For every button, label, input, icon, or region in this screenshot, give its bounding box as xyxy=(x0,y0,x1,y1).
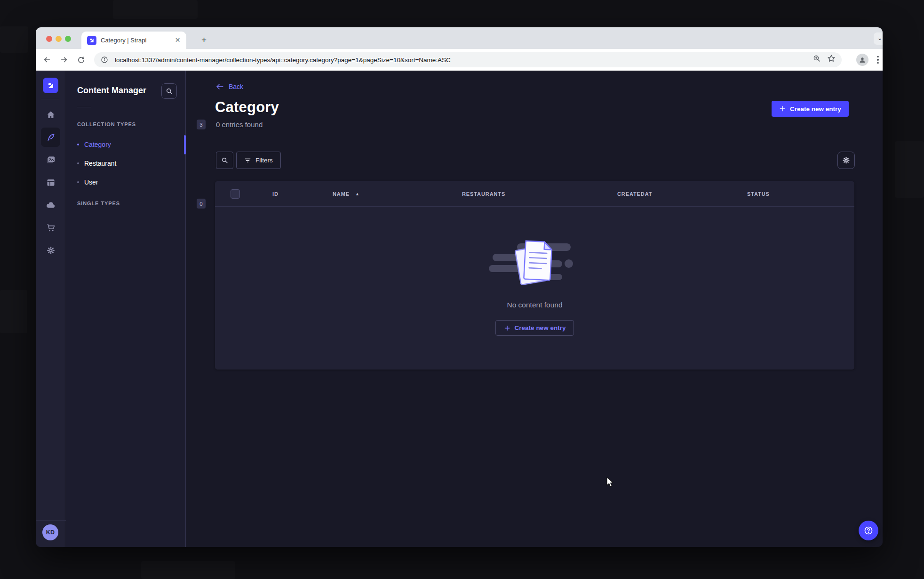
home-icon[interactable] xyxy=(41,105,60,124)
subnav-item-label: Category xyxy=(84,141,111,148)
empty-create-new-entry-button[interactable]: Create new entry xyxy=(495,320,574,336)
search-icon xyxy=(221,157,228,164)
back-link[interactable]: Back xyxy=(216,83,243,90)
sort-ascending-icon[interactable]: ▲ xyxy=(355,192,360,196)
wallpaper-shape xyxy=(141,561,235,579)
active-item-indicator xyxy=(184,135,186,154)
browser-menu-icon[interactable] xyxy=(874,55,882,64)
create-new-entry-button[interactable]: Create new entry xyxy=(772,101,849,117)
help-button[interactable] xyxy=(859,521,878,540)
wallpaper-shape xyxy=(113,0,198,19)
wallpaper-shape xyxy=(895,141,924,198)
browser-window: Category | Strapi ✕ + ⌄ localhost:1337/a… xyxy=(36,27,883,547)
subnav-item-user[interactable]: User xyxy=(77,178,98,186)
table-header-row: ID NAME ▲ RESTAURANTS CREATEDAT STATUS xyxy=(215,181,854,207)
tab-search-chevron-icon[interactable]: ⌄ xyxy=(874,32,883,45)
back-label: Back xyxy=(229,83,243,90)
marketplace-cart-icon[interactable] xyxy=(41,218,60,237)
reload-icon[interactable] xyxy=(75,54,87,65)
filter-icon xyxy=(244,157,251,163)
tab-close-icon[interactable]: ✕ xyxy=(174,36,182,44)
rail-divider xyxy=(41,99,59,99)
content-manager-subnav: Content Manager COLLECTION TYPES 3 Categ… xyxy=(66,71,186,547)
bullet-icon xyxy=(77,144,79,145)
cloud-icon[interactable] xyxy=(41,195,60,215)
browser-profile-icon[interactable] xyxy=(856,54,868,66)
subnav-item-category[interactable]: Category xyxy=(77,141,111,148)
strapi-logo[interactable] xyxy=(43,78,58,93)
select-all-checkbox[interactable] xyxy=(231,189,240,199)
gear-icon xyxy=(842,156,850,164)
entries-table: ID NAME ▲ RESTAURANTS CREATEDAT STATUS xyxy=(215,181,854,370)
subnav-search-button[interactable] xyxy=(161,83,177,99)
site-info-icon[interactable] xyxy=(101,56,108,64)
plus-icon xyxy=(504,325,510,331)
collection-types-label: COLLECTION TYPES xyxy=(77,121,136,127)
column-header-restaurants[interactable]: RESTAURANTS xyxy=(462,181,505,207)
browser-toolbar: localhost:1337/admin/content-manager/col… xyxy=(36,49,883,71)
filters-button[interactable]: Filters xyxy=(236,152,281,169)
zoom-icon[interactable] xyxy=(812,54,821,63)
single-types-label: SINGLE TYPES xyxy=(77,201,120,206)
subnav-item-label: User xyxy=(84,178,98,186)
column-header-createdat[interactable]: CREATEDAT xyxy=(617,181,652,207)
content-type-builder-icon[interactable] xyxy=(41,173,60,192)
create-new-entry-label: Create new entry xyxy=(790,105,841,113)
empty-create-new-entry-label: Create new entry xyxy=(515,324,566,331)
user-avatar[interactable]: KD xyxy=(42,524,58,540)
main-content: Back Category 0 entries found Create new… xyxy=(186,71,883,547)
view-settings-button[interactable] xyxy=(837,152,855,169)
subnav-divider xyxy=(77,107,91,107)
page-title: Category xyxy=(215,99,279,116)
url-bar[interactable]: localhost:1337/admin/content-manager/col… xyxy=(94,52,842,67)
bullet-icon xyxy=(77,162,79,164)
window-minimize-button[interactable] xyxy=(56,36,62,42)
question-mark-icon xyxy=(863,525,874,536)
back-arrow-icon xyxy=(216,83,224,90)
subnav-item-label: Restaurant xyxy=(84,160,116,167)
urlbar-actions xyxy=(812,54,836,63)
back-icon[interactable] xyxy=(41,54,53,65)
strapi-admin: KD Content Manager COLLECTION TYPES 3 Ca… xyxy=(36,71,883,547)
entries-count: 0 entries found xyxy=(216,121,263,129)
column-header-id[interactable]: ID xyxy=(272,181,279,207)
wallpaper-shape xyxy=(0,290,27,333)
search-button[interactable] xyxy=(216,152,233,169)
column-header-name[interactable]: NAME ▲ xyxy=(333,181,360,207)
empty-state-text: No content found xyxy=(215,301,854,309)
window-zoom-button[interactable] xyxy=(65,36,71,42)
subnav-item-restaurant[interactable]: Restaurant xyxy=(77,160,116,167)
url-text[interactable]: localhost:1337/admin/content-manager/col… xyxy=(115,56,451,64)
bullet-icon xyxy=(77,181,79,183)
tab-title: Category | Strapi xyxy=(101,37,174,44)
filters-label: Filters xyxy=(255,157,273,164)
main-nav-rail: KD xyxy=(36,71,65,547)
subnav-title: Content Manager xyxy=(77,86,146,96)
settings-gear-icon[interactable] xyxy=(41,241,60,260)
plus-icon xyxy=(779,105,786,112)
browser-tab-strip: Category | Strapi ✕ + ⌄ xyxy=(36,27,883,49)
browser-tab[interactable]: Category | Strapi ✕ xyxy=(81,32,186,49)
forward-icon[interactable] xyxy=(58,54,70,65)
media-library-icon[interactable] xyxy=(41,150,60,169)
empty-documents-illustration xyxy=(488,237,582,291)
new-tab-button[interactable]: + xyxy=(198,34,210,46)
column-header-status[interactable]: STATUS xyxy=(747,181,770,207)
bookmark-star-icon[interactable] xyxy=(827,54,836,63)
window-close-button[interactable] xyxy=(46,36,52,42)
strapi-favicon xyxy=(87,36,96,45)
content-manager-icon[interactable] xyxy=(41,128,60,147)
wallpaper-shape xyxy=(0,26,28,53)
